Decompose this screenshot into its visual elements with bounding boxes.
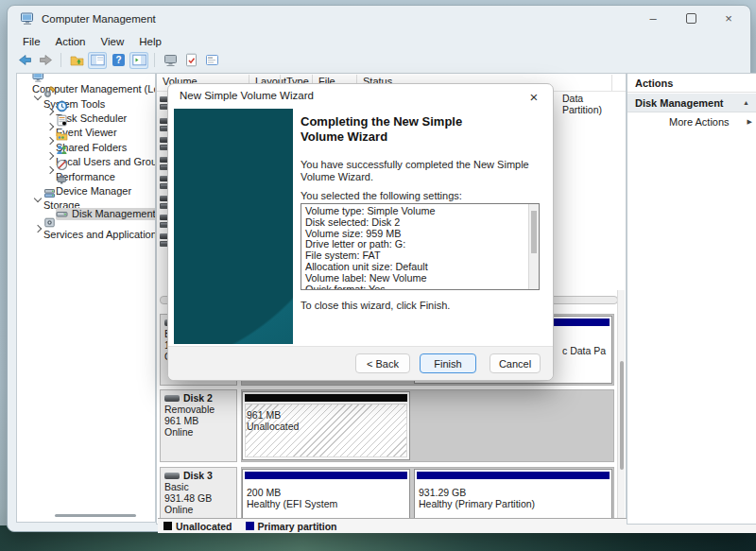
doc-check-icon[interactable]: [181, 52, 200, 69]
actions-group-label: Disk Management: [635, 97, 724, 109]
legend-color-swatch: [246, 522, 254, 530]
chevron-right-icon[interactable]: [45, 137, 53, 145]
actions-panel: Actions Disk Management ▲ More Actions ▶: [627, 73, 756, 525]
sidebar-item-device-manager[interactable]: Device Manager: [17, 178, 155, 192]
partition-label: 200 MBHealthy (EFI System: [247, 487, 337, 509]
toolbar-separator: [154, 53, 155, 67]
legend-label: Unallocated: [176, 521, 232, 532]
toolbar: ?: [15, 50, 221, 70]
wizard-heading: Completing the New Simple Volume Wizard: [301, 114, 485, 145]
chevron-right-icon[interactable]: [45, 123, 53, 130]
partition-size: 931.29 GB: [419, 487, 535, 498]
expand-icon: ▶: [747, 118, 752, 126]
minimize-button[interactable]: –: [644, 9, 662, 26]
system-tools-icon: [43, 86, 57, 98]
settings-vertical-scrollbar[interactable]: [528, 204, 539, 289]
menu-view[interactable]: View: [94, 36, 132, 47]
partition-label: 931.29 GBHealthy (Primary Partition): [419, 487, 535, 509]
disk-label[interactable]: Disk 2Removable961 MBOnline: [160, 389, 237, 462]
actions-header: Actions: [627, 74, 756, 93]
disk-info-line: 961 MB: [164, 415, 236, 426]
wizard-footer-note: To close this wizard, click Finish.: [301, 300, 450, 311]
disk-partition-strip: 200 MBHealthy (EFI System931.29 GBHealth…: [241, 467, 614, 523]
partition-color-bar: [417, 472, 610, 479]
performance-icon: [56, 159, 69, 171]
chevron-right-icon[interactable]: [45, 151, 53, 159]
expander-slot: [43, 167, 56, 173]
storage-icon: [43, 187, 57, 199]
action-pane-icon[interactable]: [129, 52, 148, 69]
properties-icon[interactable]: [202, 52, 221, 69]
menu-help[interactable]: Help: [131, 36, 169, 47]
toolbar-separator: [60, 53, 61, 67]
title-bar[interactable]: Computer Management – ×: [8, 6, 750, 32]
partition-label: 961 MBUnallocated: [247, 409, 299, 432]
expander-slot: [31, 198, 43, 201]
setting-line: Volume label: New Volume: [301, 273, 539, 284]
scrollbar-thumb[interactable]: [531, 211, 537, 253]
partition-color-bar: [245, 472, 407, 479]
volume-status-clipped: Data Partition): [562, 93, 626, 115]
wizard-settings-label: You selected the following settings:: [301, 190, 462, 201]
chevron-right-icon[interactable]: [45, 166, 53, 174]
expander-slot: [43, 109, 56, 114]
console-tree-panel: Computer Management (LocalSystem ToolsTa…: [16, 73, 156, 523]
disk-label[interactable]: Disk 3Basic931.48 GBOnline: [160, 467, 237, 523]
cancel-button[interactable]: Cancel: [490, 353, 541, 373]
back-icon[interactable]: [15, 52, 34, 69]
disk-info-line: Removable: [164, 404, 236, 415]
chevron-down-icon[interactable]: [33, 195, 41, 202]
disk-icon: [164, 473, 180, 479]
chevron-right-icon[interactable]: [33, 224, 41, 232]
forward-icon[interactable]: [36, 52, 55, 69]
tree-item-content: Services and Applications: [43, 216, 156, 240]
more-actions-item[interactable]: More Actions ▶: [627, 112, 756, 131]
expander-slot: [43, 124, 56, 129]
tree-horizontal-scrollbar[interactable]: [23, 513, 149, 517]
disk-row: Disk 2Removable961 MBOnline961 MBUnalloc…: [158, 389, 618, 462]
services-icon: [43, 216, 57, 229]
menu-file[interactable]: File: [15, 36, 48, 47]
disk-info-line: 931.48 GB: [164, 492, 236, 504]
legend-item-primary-partition: Primary partition: [246, 521, 337, 532]
partition-status: Healthy (Primary Partition): [419, 498, 535, 509]
remote-screen-icon[interactable]: [161, 52, 180, 69]
tree-item-label: Services and Applications: [43, 229, 156, 240]
menu-action[interactable]: Action: [48, 36, 94, 47]
collapse-icon[interactable]: ▲: [743, 99, 749, 106]
scrollbar-thumb[interactable]: [620, 361, 624, 470]
task-scheduler-icon: [56, 100, 69, 112]
disk-row: Disk 3Basic931.48 GBOnline200 MBHealthy …: [158, 467, 618, 523]
console-tree-icon[interactable]: [88, 52, 107, 69]
wizard-settings-listbox[interactable]: Volume type: Simple VolumeDisk selected:…: [301, 203, 540, 290]
close-button[interactable]: ×: [720, 9, 737, 26]
computer-icon: [32, 73, 45, 83]
partition-box[interactable]: 961 MBUnallocated: [242, 391, 410, 460]
wizard-close-button[interactable]: ×: [524, 87, 543, 106]
chevron-right-icon[interactable]: [45, 108, 53, 115]
actions-group-disk-management[interactable]: Disk Management ▲: [627, 94, 756, 112]
wizard-intro-text: You have successfully completed the New …: [301, 159, 539, 183]
partition-status: Unallocated: [247, 421, 299, 432]
help-icon[interactable]: ?: [109, 52, 128, 69]
new-simple-volume-wizard-dialog: New Simple Volume Wizard × Completing th…: [167, 83, 554, 381]
device-manager-icon: [56, 173, 69, 185]
scrollbar-thumb[interactable]: [55, 514, 136, 517]
maximize-button[interactable]: [682, 9, 699, 26]
folder-up-icon[interactable]: [67, 52, 86, 69]
partition-box[interactable]: 200 MBHealthy (EFI System: [242, 469, 410, 523]
disk-name-text: Disk 3: [183, 470, 213, 481]
graph-vertical-scrollbar[interactable]: [617, 290, 625, 518]
finish-button[interactable]: Finish: [420, 353, 476, 373]
partition-color-bar: [245, 394, 407, 402]
expander-slot: [31, 226, 43, 232]
partition-label: c Data Pa: [562, 345, 606, 356]
partition-box[interactable]: 931.29 GBHealthy (Primary Partition): [414, 469, 612, 523]
sidebar-item-services-and-applications[interactable]: Services and Applications: [17, 221, 155, 235]
window-title: Computer Management: [42, 13, 156, 25]
more-actions-label: More Actions: [669, 116, 730, 128]
disk-icon: [164, 395, 180, 402]
partition-size: 961 MB: [247, 409, 299, 421]
disk-name-text: Disk 2: [183, 392, 213, 404]
back-button[interactable]: < Back: [355, 353, 410, 373]
